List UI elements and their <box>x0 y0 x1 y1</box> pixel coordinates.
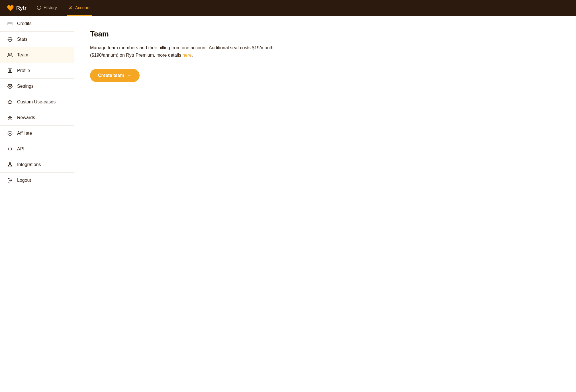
svg-point-1 <box>70 6 71 7</box>
sidebar-credits-label: Credits <box>17 21 32 26</box>
sidebar-item-rewards[interactable]: Rewards <box>0 110 74 126</box>
create-team-arrow: → <box>127 73 132 78</box>
sidebar-custom-use-cases-label: Custom Use-cases <box>17 99 56 105</box>
svg-point-6 <box>9 53 10 55</box>
sidebar-item-api[interactable]: API <box>0 141 74 157</box>
description-text-part1: Manage team members and their billing fr… <box>90 45 273 58</box>
team-icon <box>7 52 13 58</box>
here-link[interactable]: here <box>183 53 192 58</box>
profile-icon <box>7 68 13 73</box>
svg-line-18 <box>9 164 10 166</box>
sidebar-settings-label: Settings <box>17 84 34 89</box>
svg-line-19 <box>10 164 11 166</box>
svg-point-8 <box>9 70 11 71</box>
sidebar-stats-label: Stats <box>17 37 27 42</box>
sidebar-team-label: Team <box>17 52 28 58</box>
logo-text: Rytr <box>16 5 26 11</box>
sidebar-item-settings[interactable]: Settings <box>0 79 74 94</box>
nav-history-label: History <box>44 5 57 10</box>
rewards-icon <box>7 115 13 120</box>
sidebar: Credits Stats T <box>0 16 74 392</box>
sidebar-api-label: API <box>17 146 24 152</box>
nav-account-label: Account <box>75 5 91 10</box>
api-icon <box>7 146 13 152</box>
page-title: Team <box>90 30 560 38</box>
affiliate-icon <box>7 131 13 136</box>
account-icon <box>68 5 73 10</box>
integrations-icon <box>7 162 13 167</box>
content-area: Team Manage team members and their billi… <box>74 16 576 392</box>
description-text-part2: . <box>192 53 193 58</box>
sidebar-integrations-label: Integrations <box>17 162 41 167</box>
nav-history[interactable]: History <box>36 0 58 16</box>
team-description: Manage team members and their billing fr… <box>90 44 284 59</box>
history-icon <box>37 5 41 10</box>
custom-use-cases-icon <box>7 99 13 105</box>
sidebar-item-affiliate[interactable]: Affiliate <box>0 126 74 141</box>
sidebar-profile-label: Profile <box>17 68 30 73</box>
sidebar-rewards-label: Rewards <box>17 115 35 120</box>
create-team-button[interactable]: Create team → <box>90 69 140 82</box>
svg-marker-10 <box>8 100 12 104</box>
main-layout: Credits Stats T <box>0 16 576 392</box>
credits-icon <box>7 21 13 26</box>
sidebar-item-stats[interactable]: Stats <box>0 32 74 47</box>
sidebar-item-custom-use-cases[interactable]: Custom Use-cases <box>0 94 74 110</box>
stats-icon <box>7 37 13 42</box>
logo[interactable]: 🧡 Rytr <box>7 5 26 11</box>
svg-rect-2 <box>8 22 12 25</box>
sidebar-item-credits[interactable]: Credits <box>0 16 74 32</box>
nav-account[interactable]: Account <box>67 0 92 16</box>
sidebar-item-integrations[interactable]: Integrations <box>0 157 74 173</box>
logo-icon: 🧡 <box>7 5 14 11</box>
sidebar-item-team[interactable]: Team <box>0 47 74 63</box>
settings-icon <box>7 84 13 89</box>
svg-point-11 <box>9 117 11 119</box>
topnav: 🧡 Rytr History Account <box>0 0 576 16</box>
svg-point-9 <box>9 86 11 87</box>
sidebar-item-logout[interactable]: Logout <box>0 173 74 188</box>
sidebar-item-profile[interactable]: Profile <box>0 63 74 79</box>
sidebar-affiliate-label: Affiliate <box>17 131 32 136</box>
logout-icon <box>7 178 13 183</box>
sidebar-logout-label: Logout <box>17 178 31 183</box>
create-team-label: Create team <box>98 73 124 78</box>
